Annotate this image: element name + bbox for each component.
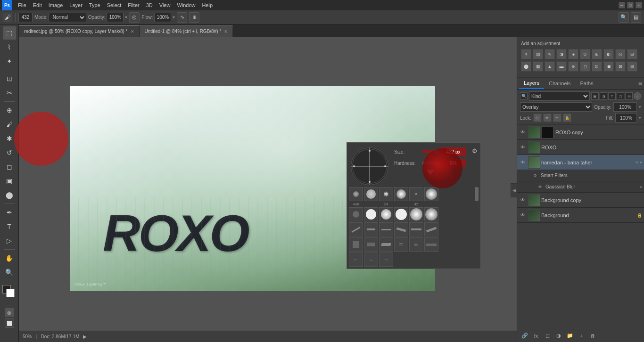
brush-cell-4[interactable] (394, 187, 408, 201)
brush-cell-2[interactable] (364, 187, 378, 201)
tool-healing[interactable]: ⊕ (3, 104, 16, 117)
menu-3d[interactable]: 3D (143, 1, 156, 9)
brush-cell-5[interactable]: ⚬ (409, 187, 423, 201)
mode-select[interactable]: Normal (49, 13, 86, 22)
brush-sq-3[interactable] (379, 237, 393, 252)
opacity-arrow[interactable]: ▾ (639, 105, 641, 109)
layer-filter-type-icon[interactable]: 🔍 (520, 92, 528, 100)
lock-all-icon[interactable]: 🔒 (563, 114, 571, 122)
visibility-roxo-copy[interactable]: 👁 (519, 129, 527, 136)
brush-cell-3[interactable]: ✱ (379, 187, 393, 201)
adj-vibrance[interactable]: ◈ (568, 49, 578, 59)
brush-cell-8[interactable] (364, 207, 378, 221)
minimize-button[interactable]: ─ (619, 2, 625, 8)
adj-curves[interactable]: ∿ (545, 49, 555, 59)
brush-sq-4[interactable]: 25 (394, 237, 408, 252)
quick-mask-button[interactable]: ◎ (5, 308, 14, 317)
airbrush-toggle[interactable]: ◎ (129, 12, 140, 23)
adj-extra5[interactable]: ⊞ (627, 61, 637, 72)
flow-value[interactable]: 100% (154, 13, 171, 22)
visibility-hamedan[interactable]: 👁 (519, 159, 527, 166)
adj-channel-mixer[interactable]: ⊟ (627, 49, 637, 59)
workspace-button[interactable]: ▤ (631, 12, 641, 23)
adj-bw[interactable]: ◐ (603, 49, 614, 59)
tool-brush[interactable]: 🖌 (3, 118, 16, 131)
layer-item-roxo-copy[interactable]: 👁 ROXO copy (517, 125, 644, 140)
adj-posterize[interactable]: ▦ (533, 61, 543, 72)
brush-cell-7[interactable] (349, 207, 363, 221)
tool-gradient[interactable]: ▣ (3, 174, 16, 187)
visibility-bg[interactable]: 👁 (519, 212, 527, 219)
filter-adj-icon[interactable]: ◑ (600, 92, 607, 100)
layers-tab-paths[interactable]: Paths (576, 78, 598, 89)
filter-shape-icon[interactable]: ◻ (617, 92, 624, 100)
color-picker[interactable] (2, 285, 17, 299)
search-button[interactable]: 🔍 (619, 12, 629, 23)
adj-extra3[interactable]: ◼ (603, 61, 614, 72)
tool-pen[interactable]: ✒ (3, 206, 16, 219)
brush-stroke-3[interactable] (379, 222, 393, 236)
brush-scrollbar[interactable] (475, 187, 479, 201)
tool-slice[interactable]: ✂ (3, 86, 16, 99)
wheel-dot-left[interactable] (353, 165, 355, 167)
hamedan-expand-icon[interactable]: ▾ (640, 160, 642, 165)
brush-tool-icon[interactable]: 🖌 (3, 13, 12, 22)
adj-hsl[interactable]: ⊙ (580, 49, 590, 59)
layers-tab-layers[interactable]: Layers (519, 78, 544, 89)
layer-item-hamedan[interactable]: 👁 hamedan - baba taher ☀ ▾ (517, 155, 644, 170)
filter-type-icon[interactable]: T (608, 92, 616, 100)
adj-selective-color[interactable]: ⊕ (568, 61, 578, 72)
brush-cell-6[interactable] (424, 187, 438, 201)
tool-type[interactable]: T (3, 220, 16, 233)
tool-lasso[interactable]: ⌇ (3, 41, 16, 54)
screen-mode-button[interactable]: ⬜ (5, 318, 14, 328)
brush-cell-12[interactable] (424, 207, 438, 221)
wheel-dot-right[interactable] (384, 165, 386, 167)
tool-crop[interactable]: ⊡ (3, 72, 16, 85)
adj-photo-filter[interactable]: ◎ (615, 49, 626, 59)
menu-window[interactable]: Window (174, 1, 198, 9)
tab-close-untitled[interactable]: ✕ (224, 29, 228, 34)
layer-link-button[interactable]: 🔗 (520, 331, 529, 341)
menu-file[interactable]: File (15, 1, 29, 9)
menu-layer[interactable]: Layer (66, 1, 85, 9)
adj-extra1[interactable]: ◻ (580, 61, 590, 72)
lock-image-icon[interactable]: ✏ (543, 114, 552, 122)
hamedan-sun-icon[interactable]: ☀ (635, 160, 639, 165)
layer-item-bg[interactable]: 👁 Background 🔒 (517, 208, 644, 223)
layer-item-roxo[interactable]: 👁 ROXO (517, 140, 644, 155)
menu-view[interactable]: View (157, 1, 173, 9)
brush-sq-2[interactable] (364, 237, 378, 252)
wheel-dot-bottom[interactable] (369, 181, 371, 183)
brush-sq-6[interactable] (424, 237, 438, 252)
restore-button[interactable]: □ (627, 2, 634, 8)
lock-transparent-icon[interactable]: ⊡ (533, 114, 542, 122)
layer-fx-button[interactable]: fx (531, 331, 541, 341)
brush-arrow-3[interactable]: → (379, 252, 393, 267)
tool-eraser[interactable]: ◻ (3, 160, 16, 173)
brush-sq-5[interactable]: 50 (409, 237, 423, 252)
brush-cell-9[interactable] (379, 207, 393, 221)
tab-redirect[interactable]: redirect.jpg @ 50% (ROXO copy, Layer Mas… (19, 25, 140, 37)
brush-cell-10[interactable] (394, 207, 408, 221)
tab-close-redirect[interactable]: ✕ (131, 29, 134, 34)
layer-adj-button[interactable]: ◑ (554, 331, 563, 341)
adj-threshold[interactable]: ▲ (545, 61, 555, 72)
layer-delete-button[interactable]: 🗑 (588, 331, 597, 341)
layers-tab-channels[interactable]: Channels (544, 78, 575, 89)
panel-collapse-button[interactable]: ◀ (511, 183, 517, 197)
layers-tab-options[interactable]: ≡ (638, 80, 642, 87)
layer-new-button[interactable]: + (577, 331, 586, 341)
opacity-value-display[interactable]: 100% (613, 102, 637, 112)
fill-arrow[interactable]: ▾ (639, 115, 641, 120)
filter-toggle[interactable]: ○ (634, 92, 641, 100)
layer-mode-select[interactable]: Overlay (520, 102, 592, 112)
layer-item-bg-copy[interactable]: 👁 Background copy (517, 193, 644, 208)
menu-image[interactable]: Image (46, 1, 66, 9)
adj-exposure[interactable]: ◑ (556, 49, 567, 59)
menu-filter[interactable]: Filter (125, 1, 142, 9)
layer-filter-select[interactable]: Kind (529, 91, 590, 101)
lock-position-icon[interactable]: ✛ (553, 114, 561, 122)
visibility-roxo[interactable]: 👁 (519, 144, 527, 151)
menu-help[interactable]: Help (199, 1, 216, 9)
